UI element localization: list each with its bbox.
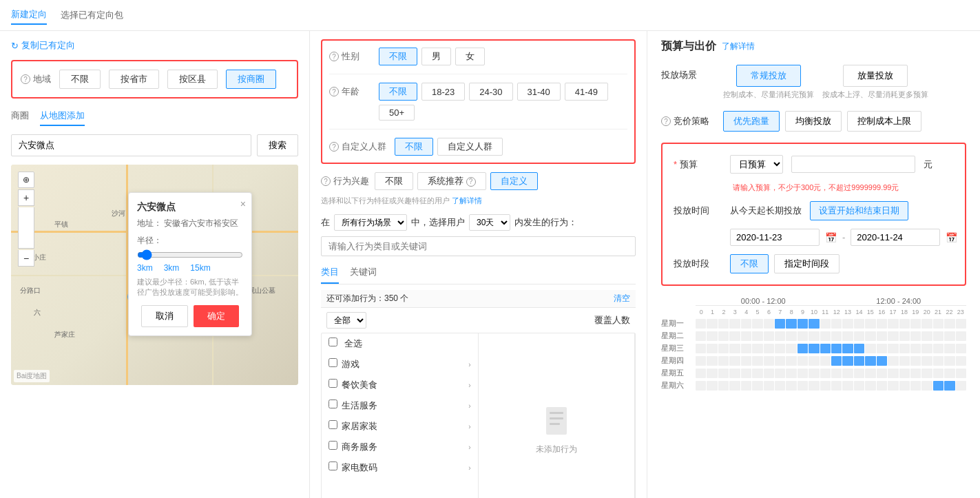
age-18-23[interactable]: 18-23 <box>421 83 465 101</box>
behavior-custom[interactable]: 自定义 <box>490 172 538 190</box>
gender-female[interactable]: 女 <box>455 48 485 65</box>
time-slot-星期三-20[interactable] <box>921 344 932 353</box>
time-slot-星期四-12[interactable] <box>831 356 842 366</box>
time-slot-星期二-21[interactable] <box>933 331 943 341</box>
map-compass[interactable]: ⊕ <box>18 172 34 188</box>
tab-existing[interactable]: 选择已有定向包 <box>61 9 123 21</box>
custom-info-icon[interactable]: ? <box>329 142 339 152</box>
timeslot-specific[interactable]: 指定时间段 <box>774 254 840 273</box>
time-slot-星期四-3[interactable] <box>729 356 740 366</box>
time-slot-星期一-23[interactable] <box>956 319 966 329</box>
cat-check-life[interactable] <box>329 400 337 408</box>
time-slot-星期二-4[interactable] <box>741 331 751 341</box>
category-business[interactable]: 商务服务 › <box>322 437 478 457</box>
time-slot-星期三-4[interactable] <box>741 344 751 353</box>
time-slot-星期一-16[interactable] <box>877 319 887 329</box>
strategy-volume[interactable]: 优先跑量 <box>723 111 780 132</box>
time-slot-星期四-0[interactable] <box>696 356 706 366</box>
kw-tab-keyword[interactable]: 关键词 <box>350 262 377 284</box>
time-slot-星期五-8[interactable] <box>786 369 796 378</box>
custom-group-btn[interactable]: 自定义人群 <box>437 138 503 156</box>
copy-existing-btn[interactable]: ↻ 复制已有定向 <box>11 39 298 52</box>
time-slot-星期三-21[interactable] <box>933 344 943 353</box>
time-slot-星期一-10[interactable] <box>809 319 819 329</box>
time-slot-星期二-19[interactable] <box>910 331 921 341</box>
time-slot-星期四-8[interactable] <box>786 356 796 366</box>
age-24-30[interactable]: 24-30 <box>469 83 512 101</box>
time-slot-星期二-1[interactable] <box>707 331 717 341</box>
time-slot-星期六-3[interactable] <box>729 381 740 391</box>
time-slot-星期六-18[interactable] <box>899 381 910 391</box>
time-slot-星期二-0[interactable] <box>696 331 706 341</box>
gender-unlimited[interactable]: 不限 <box>379 48 417 65</box>
time-slot-星期二-3[interactable] <box>729 331 740 341</box>
time-slot-星期四-22[interactable] <box>944 356 955 366</box>
behavior-tip-link[interactable]: 了解详情 <box>452 196 482 205</box>
region-district-btn[interactable]: 按区县 <box>167 70 218 89</box>
category-life[interactable]: 生活服务 › <box>322 395 478 416</box>
time-slot-星期六-16[interactable] <box>877 381 887 391</box>
category-appliance[interactable]: 家电数码 › <box>322 457 478 478</box>
timeslot-unlimited[interactable]: 不限 <box>730 254 769 273</box>
time-slot-星期四-6[interactable] <box>764 356 774 366</box>
time-slot-星期三-12[interactable] <box>831 344 842 353</box>
time-slot-星期四-13[interactable] <box>842 356 853 366</box>
time-slot-星期一-15[interactable] <box>865 319 875 329</box>
time-slot-星期三-8[interactable] <box>786 344 796 353</box>
start-date-input[interactable] <box>730 229 820 246</box>
placement-boost-btn[interactable]: 放量投放 <box>843 65 908 87</box>
time-slot-星期一-11[interactable] <box>820 319 831 329</box>
radius-15km[interactable]: 15km <box>190 263 210 273</box>
time-slot-星期四-16[interactable] <box>877 356 887 366</box>
time-slot-星期五-13[interactable] <box>842 369 853 378</box>
strategy-info-icon[interactable]: ? <box>661 116 671 126</box>
time-slot-星期五-9[interactable] <box>797 369 808 378</box>
time-slot-星期二-18[interactable] <box>899 331 910 341</box>
time-slot-星期三-13[interactable] <box>842 344 853 353</box>
age-31-40[interactable]: 31-40 <box>517 83 561 101</box>
time-slot-星期三-2[interactable] <box>718 344 729 353</box>
time-slot-星期一-22[interactable] <box>944 319 955 329</box>
time-slot-星期二-16[interactable] <box>877 331 887 341</box>
time-slot-星期五-1[interactable] <box>707 369 717 378</box>
gender-info-icon[interactable]: ? <box>329 52 339 61</box>
time-slot-星期五-17[interactable] <box>888 369 898 378</box>
strategy-cost-control[interactable]: 控制成本上限 <box>847 111 921 132</box>
cat-check-home[interactable] <box>329 420 337 429</box>
time-slot-星期六-9[interactable] <box>797 381 808 391</box>
time-slot-星期一-4[interactable] <box>741 319 751 329</box>
region-unlimited-btn[interactable]: 不限 <box>59 70 101 89</box>
time-slot-星期三-1[interactable] <box>707 344 717 353</box>
time-slot-星期六-1[interactable] <box>707 381 717 391</box>
time-slot-星期五-18[interactable] <box>899 369 910 378</box>
time-slot-星期二-7[interactable] <box>775 331 785 341</box>
radius-3km-1[interactable]: 3km <box>137 263 153 273</box>
time-slot-星期二-9[interactable] <box>797 331 808 341</box>
time-slot-星期一-14[interactable] <box>854 319 864 329</box>
time-slot-星期三-22[interactable] <box>944 344 955 353</box>
time-slot-星期四-15[interactable] <box>865 356 875 366</box>
dialog-close-btn[interactable]: × <box>240 198 246 209</box>
gender-male[interactable]: 男 <box>421 48 451 65</box>
time-slot-星期五-7[interactable] <box>775 369 785 378</box>
time-slot-星期四-23[interactable] <box>956 356 966 366</box>
time-slot-星期四-14[interactable] <box>854 356 864 366</box>
region-province-btn[interactable]: 按省市 <box>109 70 159 89</box>
time-slot-星期一-9[interactable] <box>797 319 808 329</box>
cat-check-all[interactable] <box>329 338 337 346</box>
time-slot-星期三-9[interactable] <box>797 344 808 353</box>
placement-normal-btn[interactable]: 常规投放 <box>736 65 801 87</box>
time-slot-星期六-15[interactable] <box>865 381 875 391</box>
time-slot-星期五-3[interactable] <box>729 369 740 378</box>
map-tab-business[interactable]: 商圈 <box>11 110 29 126</box>
time-slot-星期五-2[interactable] <box>718 369 729 378</box>
time-slot-星期六-14[interactable] <box>854 381 864 391</box>
time-slot-星期三-15[interactable] <box>865 344 875 353</box>
time-slot-星期二-12[interactable] <box>831 331 842 341</box>
time-slot-星期四-2[interactable] <box>718 356 729 366</box>
time-slot-星期六-11[interactable] <box>820 381 831 391</box>
time-slot-星期三-0[interactable] <box>696 344 706 353</box>
time-slot-星期六-13[interactable] <box>842 381 853 391</box>
time-slot-星期三-19[interactable] <box>910 344 921 353</box>
time-slot-星期二-11[interactable] <box>820 331 831 341</box>
